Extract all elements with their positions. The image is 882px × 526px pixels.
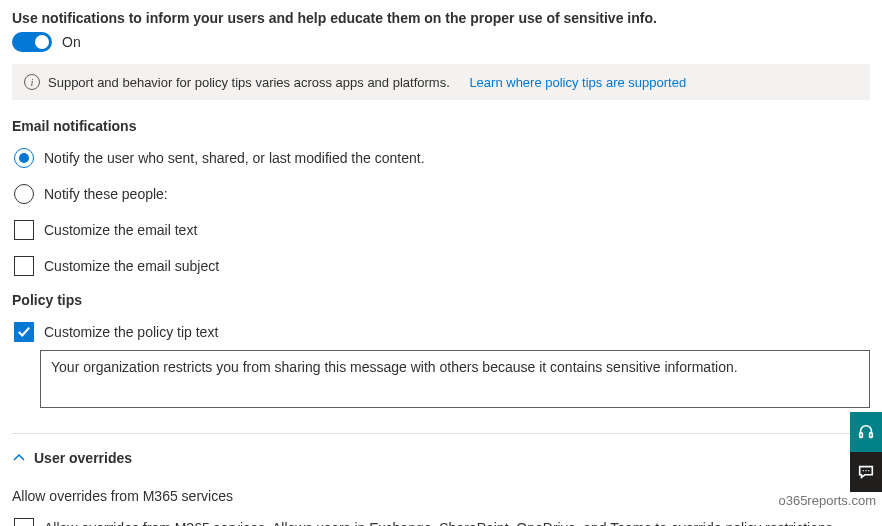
user-overrides-toggle[interactable]: User overrides <box>12 450 870 466</box>
allow-overrides-label: Allow overrides from M365 services. Allo… <box>44 520 837 526</box>
policy-tips-info-bar: i Support and behavior for policy tips v… <box>12 64 870 100</box>
section-divider <box>12 433 870 434</box>
help-side-tab[interactable] <box>850 412 882 452</box>
allow-overrides-checkbox[interactable] <box>14 518 34 526</box>
customize-email-text-option[interactable]: Customize the email text <box>14 220 870 240</box>
svg-point-4 <box>868 470 869 471</box>
watermark: o365reports.com <box>778 493 876 508</box>
headset-icon <box>857 423 875 441</box>
chevron-up-icon <box>12 451 26 465</box>
svg-point-3 <box>865 470 866 471</box>
email-notifications-heading: Email notifications <box>12 118 870 134</box>
notify-sender-option[interactable]: Notify the user who sent, shared, or las… <box>14 148 870 168</box>
notifications-toggle-row: On <box>12 32 870 52</box>
notify-sender-label: Notify the user who sent, shared, or las… <box>44 150 425 166</box>
customize-policy-tip-label: Customize the policy tip text <box>44 324 218 340</box>
notifications-description: Use notifications to inform your users a… <box>12 10 870 26</box>
svg-rect-0 <box>860 433 863 438</box>
feedback-side-tab[interactable] <box>850 452 882 492</box>
user-overrides-heading: User overrides <box>34 450 132 466</box>
policy-tips-heading: Policy tips <box>12 292 870 308</box>
notify-people-radio[interactable] <box>14 184 34 204</box>
svg-point-2 <box>863 470 864 471</box>
customize-email-text-label: Customize the email text <box>44 222 197 238</box>
allow-overrides-option[interactable]: Allow overrides from M365 services. Allo… <box>14 518 870 526</box>
customize-policy-tip-option[interactable]: Customize the policy tip text <box>14 322 870 342</box>
policy-tip-text-input[interactable] <box>40 350 870 408</box>
svg-rect-1 <box>870 433 873 438</box>
notify-people-label: Notify these people: <box>44 186 168 202</box>
notify-people-option[interactable]: Notify these people: <box>14 184 870 204</box>
customize-email-subject-checkbox[interactable] <box>14 256 34 276</box>
notify-sender-radio[interactable] <box>14 148 34 168</box>
notifications-toggle-label: On <box>62 34 81 50</box>
customize-email-text-checkbox[interactable] <box>14 220 34 240</box>
notifications-toggle[interactable] <box>12 32 52 52</box>
allow-overrides-subheading: Allow overrides from M365 services <box>12 488 870 504</box>
customize-email-subject-label: Customize the email subject <box>44 258 219 274</box>
learn-policy-tips-link[interactable]: Learn where policy tips are supported <box>469 75 686 90</box>
info-bar-text: Support and behavior for policy tips var… <box>48 75 450 90</box>
customize-policy-tip-checkbox[interactable] <box>14 322 34 342</box>
feedback-icon <box>857 463 875 481</box>
customize-email-subject-option[interactable]: Customize the email subject <box>14 256 870 276</box>
info-icon: i <box>24 74 40 90</box>
